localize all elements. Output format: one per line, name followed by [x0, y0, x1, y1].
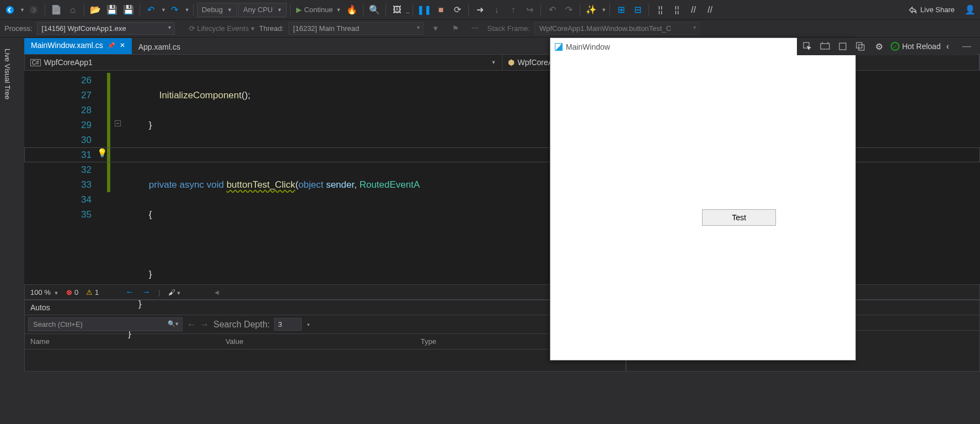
- search-back-icon: ←: [187, 320, 196, 330]
- sidebar: Live Visual Tree: [0, 42, 19, 106]
- error-count[interactable]: ⊗ 0: [66, 288, 78, 296]
- collapse-icon[interactable]: ‹: [946, 41, 949, 51]
- home-icon[interactable]: ⌂: [65, 2, 81, 18]
- step-over-icon[interactable]: ➜: [472, 2, 488, 18]
- live-share-button[interactable]: Live Share: [902, 6, 961, 14]
- code-content[interactable]: InitializeComponent(); } private async v…: [96, 71, 420, 284]
- stackframe-label: Stack Frame:: [488, 24, 530, 33]
- intellicode-icon[interactable]: ✨: [583, 2, 599, 18]
- restart-icon[interactable]: ⟳: [449, 2, 465, 18]
- svg-rect-6: [859, 45, 864, 50]
- svg-rect-5: [856, 43, 862, 48]
- class-icon: ⬢: [508, 58, 515, 67]
- autos-title: Autos: [30, 303, 50, 312]
- platform-dropdown[interactable]: Any CPU▼: [238, 3, 287, 17]
- live-visual-tree-tab[interactable]: Live Visual Tree: [1, 46, 14, 102]
- dropdown-caret[interactable]: ▼: [20, 7, 25, 13]
- process-dropdown[interactable]: [14156] WpfCoreApp1.exe: [37, 22, 175, 35]
- indent-icon[interactable]: ¦¦: [652, 2, 668, 18]
- running-app-window[interactable]: MainWindow Test: [550, 38, 856, 361]
- save-all-icon[interactable]: 💾: [121, 2, 136, 18]
- thread-dropdown[interactable]: [16232] Main Thread: [288, 22, 424, 35]
- thread-label: Thread:: [259, 24, 284, 33]
- stackframe-dropdown[interactable]: WpfCoreApp1.MainWindow.buttonTest_C: [534, 22, 700, 35]
- flag-icon[interactable]: ⚑: [448, 21, 463, 36]
- pause-icon[interactable]: ❚❚: [416, 2, 432, 18]
- autos-search-input[interactable]: Search (Ctrl+E): [28, 317, 183, 331]
- uncomment-icon[interactable]: //: [702, 2, 717, 18]
- user-icon[interactable]: 👤: [962, 2, 978, 18]
- redo-icon[interactable]: ↷: [167, 2, 183, 18]
- undo-icon[interactable]: ↶: [143, 2, 159, 18]
- comment-icon[interactable]: //: [686, 2, 701, 18]
- picture-icon[interactable]: 🖼: [389, 2, 405, 18]
- minimize-icon[interactable]: —: [957, 38, 977, 55]
- new-project-icon[interactable]: 📄: [49, 2, 64, 18]
- layout2-icon[interactable]: ⊟: [630, 2, 645, 18]
- select-element-icon[interactable]: [802, 41, 815, 51]
- undo2-icon[interactable]: ↶: [544, 2, 560, 18]
- layout1-icon[interactable]: ⊞: [613, 2, 629, 18]
- goto-live-tree-icon[interactable]: [855, 41, 867, 51]
- hot-reload-button[interactable]: ✓ Hot Reload: [891, 42, 941, 51]
- svg-rect-4: [839, 43, 846, 50]
- track-focus-icon[interactable]: [838, 41, 850, 51]
- close-icon[interactable]: ✕: [120, 41, 125, 49]
- settings-gear-icon[interactable]: ⚙: [873, 41, 885, 52]
- csharp-badge-icon: C#: [30, 59, 41, 66]
- xaml-hot-reload-toolbar: ⚙ ✓ Hot Reload ‹: [797, 38, 955, 55]
- step-out-icon[interactable]: ↑: [505, 2, 521, 18]
- svg-point-0: [6, 6, 14, 14]
- tab-mainwindow[interactable]: MainWindow.xaml.cs 📌 ✕: [24, 38, 132, 54]
- zoom-level[interactable]: 100 % ▼: [30, 288, 58, 296]
- open-folder-icon[interactable]: 📂: [88, 2, 103, 18]
- app-icon: [555, 43, 563, 51]
- tab-app[interactable]: App.xaml.cs: [132, 40, 187, 54]
- display-layout-icon[interactable]: [820, 41, 832, 51]
- app-title: MainWindow: [566, 43, 610, 51]
- search-fwd-icon: →: [200, 320, 209, 330]
- check-icon: ✓: [891, 42, 899, 51]
- stack-icon[interactable]: 〰: [468, 21, 483, 36]
- svg-rect-3: [821, 44, 829, 49]
- nav-forward-icon: [26, 2, 41, 18]
- line-gutter: 26272829303132333435: [24, 71, 96, 284]
- config-dropdown[interactable]: Debug▼: [197, 3, 237, 17]
- save-icon[interactable]: 💾: [104, 2, 120, 18]
- step-into-icon[interactable]: ↓: [489, 2, 504, 18]
- svg-point-1: [30, 6, 38, 14]
- tab-label: MainWindow.xaml.cs: [31, 41, 103, 50]
- test-button[interactable]: Test: [702, 209, 776, 226]
- warning-count[interactable]: ⚠ 1: [86, 288, 99, 296]
- filter-icon[interactable]: ▼: [428, 21, 443, 36]
- lifecycle-button[interactable]: ⟳ Lifecycle Events ▾: [189, 24, 255, 33]
- process-label: Process:: [4, 24, 33, 33]
- pin-icon[interactable]: 📌: [108, 42, 115, 49]
- hot-reload-flame-icon[interactable]: 🔥: [344, 2, 360, 18]
- outdent-icon[interactable]: ¦¦: [669, 2, 684, 18]
- find-in-files-icon[interactable]: 🔍: [367, 2, 382, 18]
- continue-button[interactable]: ▶Continue▼: [294, 6, 343, 14]
- step-icon[interactable]: ↪: [522, 2, 537, 18]
- redo2-icon[interactable]: ↷: [561, 2, 576, 18]
- stop-icon[interactable]: ■: [433, 2, 448, 18]
- app-body: Test: [550, 56, 855, 360]
- nav-back-icon[interactable]: [2, 2, 18, 18]
- main-toolbar: ▼ 📄 ⌂ 📂 💾 💾 ↶▼ ↷▼ Debug▼ Any CPU▼ ▶Conti…: [0, 0, 980, 20]
- debug-toolbar: Process: [14156] WpfCoreApp1.exe ⟳ Lifec…: [0, 20, 980, 38]
- project-dropdown[interactable]: C# WpfCoreApp1 ▼: [25, 55, 502, 70]
